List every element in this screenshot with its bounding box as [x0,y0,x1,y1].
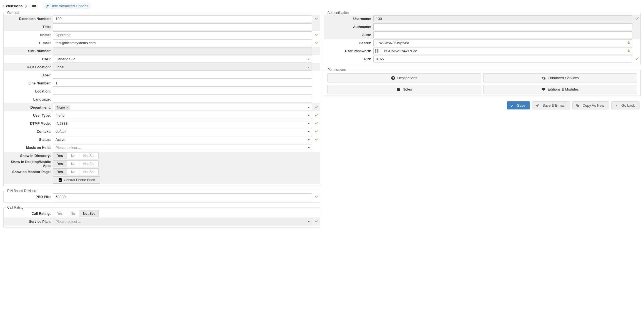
lock-icon [627,49,630,53]
close-icon[interactable]: × [67,106,68,109]
go-back-button[interactable]: Go back [611,101,640,109]
save-email-button[interactable]: Save & E-mail [532,101,570,109]
labelfield-label: Label: [4,73,53,77]
language-label: Language: [4,98,53,101]
email-valid-icon [313,41,320,45]
uad-select[interactable]: Generic SIP [53,56,312,62]
callrating-notset[interactable]: Not Set [79,210,99,217]
pbd-input[interactable] [53,193,312,200]
name-label: Name: [4,33,53,37]
showmon-label: Show on Monitor Page: [4,170,53,174]
send-icon [535,104,539,107]
showapp-label: Show in Desktop/Mobile App: [4,160,53,168]
perm-legend: Permissions [326,68,347,72]
chevron-down-icon [308,107,310,108]
location-input[interactable] [53,88,312,95]
breadcrumb: Extensions ❯ Edit Hide Advanced Options [3,3,641,9]
moh-label: Music on Hold: [4,146,53,150]
pin-field-input[interactable] [373,56,632,62]
qr-icon[interactable] [373,48,380,54]
uad-label: UAD: [4,57,53,61]
authname-label: Authname: [324,25,373,29]
showdir-toggle[interactable]: Yes No Not Set [53,152,99,159]
showapp-notset[interactable]: Not Set [79,160,99,167]
destinations-button[interactable]: Destinations [327,73,481,82]
context-select[interactable]: default [53,128,312,135]
showapp-toggle[interactable]: Yes No Not Set [53,160,99,167]
secret-input[interactable] [373,39,632,46]
contact-icon [58,178,62,182]
pin-legend: PIN Based Devices [6,189,37,193]
dept-valid-icon [313,105,320,110]
general-section: General Extension Number: Title: Name: E… [3,11,320,186]
title-label: Title: [4,25,53,29]
chevron-down-icon [308,59,310,60]
dtmf-label: DTMF Mode: [4,122,53,126]
permissions-section: Permissions Destinations Enhanced Servic… [324,68,641,96]
copy-as-new-button[interactable]: Copy As New [572,101,609,109]
line-label: Line Number: [4,81,53,85]
pin-valid-icon [633,57,640,61]
authname-input[interactable] [373,23,632,30]
secret-label: Secret: [324,41,373,45]
status-select[interactable]: Active [53,136,312,143]
chevron-down-icon [308,221,310,222]
central-phonebook-button[interactable]: Central Phone Book [53,176,100,184]
location-label: Location: [4,89,53,93]
plan-valid-icon [313,219,320,224]
dept-tag[interactable]: None× [55,105,70,110]
note-icon [396,88,400,91]
showdir-no[interactable]: No [67,152,79,159]
pbd-valid-icon [313,194,320,199]
showmon-notset[interactable]: Not Set [79,168,99,175]
callrating-yes[interactable]: Yes [53,210,67,217]
language-input[interactable] [53,96,312,103]
usertype-select[interactable]: friend [53,112,312,119]
pbd-label: PBD PIN: [4,195,53,199]
callrating-no[interactable]: No [67,210,79,217]
plan-label: Service Plan: [4,220,53,224]
showmon-yes[interactable]: Yes [53,168,67,175]
showdir-notset[interactable]: Not Set [79,152,99,159]
showapp-no[interactable]: No [67,160,79,167]
password-label: User Password: [324,49,373,53]
editions-modules-button[interactable]: Editions & Modules [483,85,637,94]
showapp-yes[interactable]: Yes [53,160,67,167]
wrench-icon [45,4,49,8]
callrating-toggle[interactable]: Yes No Not Set [53,210,99,217]
notes-button[interactable]: Notes [327,85,481,94]
pin-field-label: PIN: [324,57,373,61]
back-icon [615,104,618,107]
enhanced-services-button[interactable]: Enhanced Services [483,73,637,82]
dept-label: Department: [4,106,53,109]
save-button[interactable]: Save [507,101,530,109]
email-input[interactable] [53,39,312,46]
auth-field-input[interactable] [373,31,632,38]
email-label: E-mail: [4,41,53,45]
lock-icon [627,41,630,45]
ext-number-input[interactable] [53,15,312,22]
username-input [373,15,632,22]
showmon-no[interactable]: No [67,168,79,175]
plan-select[interactable]: Please select ... [53,218,312,225]
line-input[interactable] [53,80,312,87]
labelfield-input[interactable] [53,72,312,79]
uadloc-select[interactable]: Local [53,64,312,71]
showmon-toggle[interactable]: Yes No Not Set [53,168,99,175]
title-input[interactable] [53,23,312,30]
chevron-down-icon [308,147,310,148]
hide-advanced-toggle[interactable]: Hide Advanced Options [42,3,91,9]
name-input[interactable] [53,31,312,38]
dept-select[interactable]: None× [53,104,312,111]
moh-select[interactable]: Please select ... [53,144,312,151]
showdir-yes[interactable]: Yes [53,152,67,159]
dtmf-select[interactable]: rfc2833 [53,120,312,127]
password-input[interactable] [380,48,632,54]
crumb-root[interactable]: Extensions [3,4,22,8]
context-valid-icon [313,129,320,134]
callrating-label: Call Rating: [4,212,53,216]
hide-advanced-label: Hide Advanced Options [51,4,88,8]
ext-number-valid-icon [313,16,320,21]
ext-number-label: Extension Number: [4,17,53,21]
display-icon [542,88,545,91]
